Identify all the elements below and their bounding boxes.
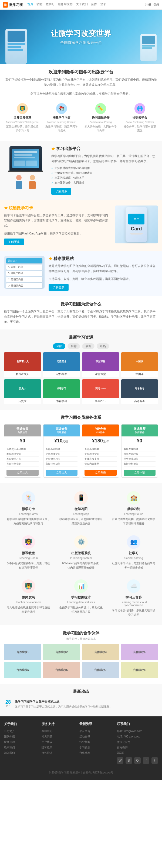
quiz-text1: 微题贴是微学习图平台推出的全新题目练习工具。通过微题贴，您可以轻松创建各种类型的… — [49, 264, 158, 274]
social-icon[interactable]: W — [117, 757, 123, 764]
resource-label: 高考备考 — [121, 398, 158, 404]
resources-grid: 名四著大人 名四著大人 记忆宫念 记忆宫念 课堂课堂 课堂课堂 中国课 中国课 … — [4, 352, 158, 404]
footer-link[interactable]: 联系我们 — [4, 745, 38, 750]
partner-item: 合作院校4 — [121, 644, 158, 660]
hero-device-left — [5, 29, 27, 64]
feature-desc: 海量学习资源，满足不同学习需求 — [45, 125, 78, 133]
social-icon[interactable]: t — [152, 757, 158, 764]
logo[interactable]: 微 微学习图 — [3, 2, 23, 7]
nav-link[interactable]: 服务与支持 — [58, 2, 73, 7]
card-section: ★炫酷微学习卡 微学习卡是微学习图平台推出的全新学习工具。通过微学习卡，您可以将… — [0, 200, 162, 251]
service-subtitle: Teaching Room — [7, 557, 50, 560]
footer-link[interactable]: 发展历程 — [4, 739, 38, 745]
news-list: 28 06月 微学习习图学习出版平台模式上线 微学习习图学习出版平台正式上线，为… — [4, 698, 158, 711]
resource-item[interactable]: 课堂课堂 课堂课堂 — [82, 352, 119, 377]
footer: 关于我们 公司简介团队介绍发展历程联系我们加入我们 服务支持 帮助中心常见问题用… — [0, 716, 162, 780]
platform-more-btn[interactable]: 了解更多 — [51, 188, 71, 195]
nav-link[interactable]: 微学习 — [46, 2, 54, 7]
membership-name: VIP会员 — [84, 427, 117, 431]
service-title: 微学习卡 — [7, 507, 50, 512]
membership-btn[interactable]: 立即加入 — [46, 470, 78, 476]
resource-item[interactable]: 高考备考 高考备考 — [121, 379, 158, 404]
membership-header: 高级会员 高级服务 — [43, 425, 80, 436]
resource-tab[interactable]: 全部 — [53, 343, 65, 349]
service-subtitle: Learning Cards — [7, 513, 50, 516]
service-title: 微课教室 — [7, 551, 50, 556]
footer-link[interactable]: 行业新闻 — [79, 739, 113, 745]
footer-link[interactable]: 公司简介 — [4, 728, 38, 734]
membership-price: ¥0 — [122, 436, 158, 445]
membership-feature: 教师专属功能 — [124, 447, 156, 452]
footer-link[interactable]: 微信公众号 — [117, 739, 158, 745]
footer-link[interactable]: 官方微博 — [117, 745, 158, 750]
nav-link[interactable]: 合作 — [91, 2, 97, 7]
partner-item: 合作院校5 — [4, 662, 41, 678]
footer-link[interactable]: 常见问题 — [42, 734, 75, 739]
membership-btn[interactable]: 立即注入 — [6, 470, 39, 476]
social-icon[interactable]: Q — [134, 757, 141, 764]
membership-feature: 高级社交功能 — [46, 462, 78, 466]
service-desc: 将学习内容制作成精美的学习卡片，方便随时随地学习和复习 — [7, 517, 50, 526]
footer-link[interactable]: 邮箱: info@wxxt.com — [117, 728, 158, 734]
membership-card: VIP会员 VIP服务 ¥180元/年 全部高级功能无限存储空间专属客服支持优先… — [82, 424, 119, 477]
feature-title: 协同编辑协作 — [84, 116, 117, 120]
footer-link[interactable]: 合作动态 — [79, 750, 113, 756]
nav-link[interactable]: 功能 — [36, 2, 42, 7]
card-more-btn[interactable]: 了解更多 — [4, 239, 24, 245]
resource-thumbnail: 历史大 — [4, 379, 41, 398]
feature-item: 🌐 社交云平台 Social Publishing Platform 社交分享，… — [122, 100, 158, 135]
membership-header: 微课教师 教师服务 — [122, 425, 158, 436]
footer-column: 关于我们 公司简介团队介绍发展历程联系我们加入我们 — [4, 722, 38, 764]
footer-link[interactable]: 团队介绍 — [4, 734, 38, 739]
resource-tab[interactable]: 最热 — [97, 343, 109, 349]
footer-link[interactable]: 用户协议 — [42, 739, 75, 745]
resource-item[interactable]: 历史大 历史大 — [4, 379, 41, 404]
nav-link[interactable]: 关于我们 — [76, 2, 88, 7]
resource-item[interactable]: 中国课 中国课 — [121, 352, 158, 377]
membership-feature: 专属客服支持 — [84, 457, 117, 462]
resource-label: 中国课 — [121, 371, 158, 377]
resource-item[interactable]: 书籍学习 书籍学习 — [43, 379, 80, 404]
social-icon[interactable]: B — [126, 757, 132, 764]
feature-item: 📚 海量学习内容 Massive Learning Content 海量学习资源… — [43, 100, 80, 135]
nav-link[interactable]: 登录 — [100, 2, 106, 7]
footer-link[interactable]: 电话: 400-xxx-xxxx — [117, 734, 158, 739]
news-headline: 微学习习图学习出版平台模式上线 — [15, 700, 158, 704]
news-section: 最新动态 28 06月 微学习习图学习出版平台模式上线 微学习习图学习出版平台正… — [0, 684, 162, 716]
footer-copyright: © 2015 微学习图 版权所有 | 备案号: 粤ICP备xxxxxx号 — [4, 768, 158, 775]
resource-item[interactable]: 名四著大人 名四著大人 — [4, 352, 41, 377]
resource-label: 历史大 — [4, 398, 41, 404]
register-link[interactable]: 注册 — [145, 3, 151, 7]
social-icon[interactable]: f — [143, 757, 149, 764]
resource-item[interactable]: 记忆宫念 记忆宫念 — [43, 352, 80, 377]
news-month: 06月 — [4, 705, 12, 708]
footer-link[interactable]: 帮助中心 — [42, 728, 75, 734]
resource-thumbnail: 记忆宫念 — [43, 352, 80, 371]
footer-link[interactable]: 学习资源 — [79, 745, 113, 750]
membership-feature: 无限微学习卡 — [46, 457, 78, 462]
resource-item[interactable]: 高考2015 高考2015 — [82, 379, 119, 404]
feature-title: 海量学习内容 — [45, 116, 78, 120]
membership-header: 普通会员 免费注册 — [4, 425, 41, 436]
footer-link[interactable]: 合作洽谈 — [42, 750, 75, 756]
resource-tab[interactable]: 推荐 — [68, 343, 80, 349]
news-day: 28 — [4, 700, 12, 705]
footer-link[interactable]: 活动资讯 — [79, 734, 113, 739]
quiz-more-btn[interactable]: 了解更多 — [49, 284, 69, 291]
membership-feature: 更多存储空间 — [46, 452, 78, 457]
footer-link[interactable]: 加入我们 — [4, 750, 38, 756]
login-link[interactable]: 登录 — [153, 3, 159, 7]
membership-btn[interactable]: 立即申请 — [124, 470, 156, 476]
resource-tab[interactable]: 最新 — [82, 343, 94, 349]
footer-link[interactable]: 隐私政策 — [42, 745, 75, 750]
membership-name: 微课教师 — [124, 427, 156, 431]
partner-label: 合作院校8 — [133, 668, 146, 672]
service-item: 🃏 微学习卡 Learning Cards 将学习内容制作成精美的学习卡片，方便… — [4, 489, 53, 528]
nav-link[interactable]: 首页 — [27, 2, 33, 7]
partner-label: 合作院校7 — [94, 668, 107, 672]
nav-links: 首页功能微学习服务与支持关于我们合作登录 — [27, 2, 106, 7]
footer-link[interactable]: QQ群 — [117, 750, 158, 756]
footer-link[interactable]: 平台公告 — [79, 728, 113, 734]
membership-btn[interactable]: 立即升级 — [84, 470, 117, 476]
service-desc: LRS-based的学习内容发布系统，让内容管理更高效便捷 — [59, 561, 103, 570]
